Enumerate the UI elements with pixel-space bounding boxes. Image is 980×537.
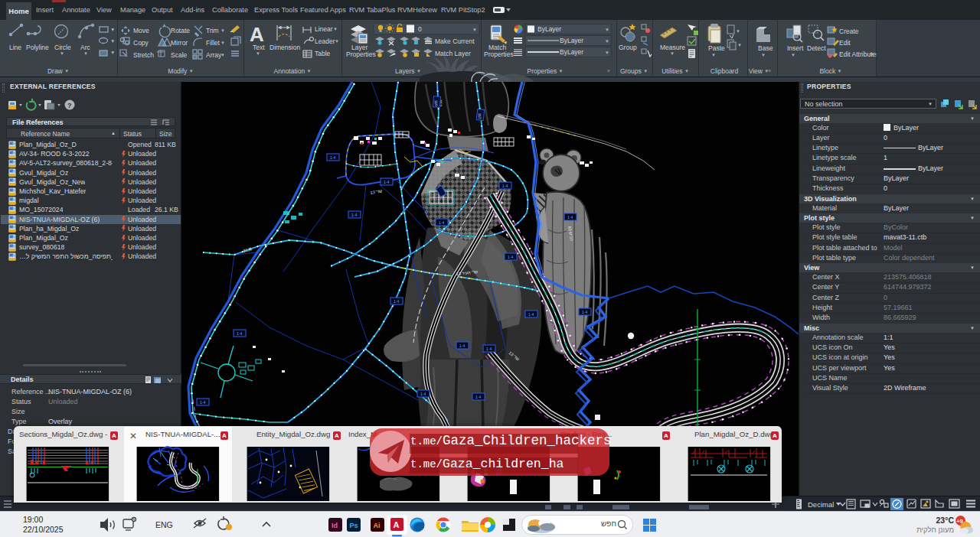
svg-text:▼: ▼ — [605, 28, 609, 32]
svg-text:▼: ▼ — [605, 50, 609, 55]
svg-text:▼: ▼ — [737, 43, 742, 47]
svg-text:Dimension: Dimension — [270, 44, 300, 51]
svg-text:▼: ▼ — [870, 52, 874, 57]
svg-text:Detect: Detect — [807, 44, 826, 52]
svg-text:Measure: Measure — [660, 44, 685, 51]
svg-text:Move: Move — [133, 27, 149, 34]
svg-text:Stretch: Stretch — [133, 51, 154, 59]
svg-text:Mirror: Mirror — [171, 39, 188, 47]
svg-text:312: 312 — [478, 113, 482, 119]
svg-text:1·4: 1·4 — [439, 220, 444, 225]
svg-text:Polyline: Polyline — [26, 44, 49, 51]
svg-text:▼: ▼ — [220, 41, 225, 45]
svg-text:Copy: Copy — [133, 39, 149, 47]
svg-text:1·4: 1·4 — [384, 180, 389, 184]
svg-text:Properties: Properties — [346, 50, 376, 58]
svg-text:Line: Line — [9, 44, 21, 51]
svg-text:▼: ▼ — [110, 38, 115, 44]
svg-text:Make Current: Make Current — [435, 37, 475, 45]
svg-text:1·4: 1·4 — [567, 215, 573, 220]
svg-text:Fillet: Fillet — [206, 39, 220, 47]
svg-text:1·4: 1·4 — [486, 347, 492, 351]
svg-text:ByLayer: ByLayer — [560, 37, 583, 44]
svg-text:A: A — [250, 23, 264, 46]
svg-text:Ai: Ai — [374, 522, 381, 529]
svg-text:▼: ▼ — [761, 53, 766, 57]
svg-text:▼: ▼ — [83, 51, 88, 56]
svg-text:▼: ▼ — [220, 53, 225, 57]
svg-text:1·4: 1·4 — [475, 395, 481, 399]
svg-text:1·4: 1·4 — [420, 392, 426, 396]
svg-text:1·4: 1·4 — [330, 155, 335, 160]
svg-text:שד' 13: שד' 13 — [370, 188, 383, 195]
svg-text:1·4: 1·4 — [200, 400, 205, 405]
svg-text:1·4: 1·4 — [508, 255, 513, 259]
svg-text:A: A — [394, 520, 400, 529]
svg-text:Decimal: Decimal — [808, 500, 834, 509]
svg-text:▼: ▼ — [791, 53, 795, 57]
svg-text:Rotate: Rotate — [171, 27, 190, 34]
svg-text:▼: ▼ — [335, 39, 339, 44]
svg-text:Leader: Leader — [315, 37, 335, 45]
svg-text:▼: ▼ — [110, 50, 115, 55]
svg-text:Base: Base — [758, 44, 773, 52]
svg-text:Insert: Insert — [787, 44, 804, 52]
svg-text:ENG: ENG — [155, 520, 173, 529]
svg-text:▼: ▼ — [110, 27, 115, 32]
svg-text:Ps: Ps — [350, 522, 358, 529]
svg-text:Table: Table — [315, 50, 331, 57]
svg-text:Arc: Arc — [80, 44, 91, 51]
svg-text:▼: ▼ — [60, 51, 64, 56]
svg-text:Linear: Linear — [315, 25, 333, 33]
svg-text:3121: 3121 — [243, 246, 253, 253]
svg-text:▼: ▼ — [333, 27, 338, 31]
svg-text:1·4: 1·4 — [582, 310, 587, 314]
svg-text:Text: Text — [253, 44, 265, 51]
svg-text:1·4: 1·4 — [351, 213, 357, 217]
svg-text:Array: Array — [206, 51, 222, 59]
svg-text:Group: Group — [619, 44, 637, 51]
svg-text:1·4: 1·4 — [528, 312, 534, 317]
svg-text:1·4: 1·4 — [394, 299, 399, 304]
svg-text:▼: ▼ — [256, 51, 260, 56]
svg-text:?: ? — [67, 102, 72, 109]
svg-text:Paste: Paste — [708, 44, 725, 52]
svg-text:ByLayer: ByLayer — [560, 48, 583, 56]
svg-text:Id: Id — [332, 522, 338, 529]
svg-text:▼: ▼ — [711, 53, 716, 57]
svg-text:ByLayer: ByLayer — [537, 25, 561, 33]
svg-text:Create: Create — [839, 28, 859, 35]
svg-text:1·4: 1·4 — [502, 184, 508, 188]
svg-text:Scale: Scale — [171, 51, 188, 59]
svg-text:▼: ▼ — [605, 39, 609, 44]
svg-text:▼: ▼ — [670, 51, 675, 56]
svg-text:0: 0 — [418, 25, 422, 33]
svg-text:1·4: 1·4 — [459, 343, 465, 348]
svg-text:Edit: Edit — [839, 39, 851, 47]
svg-text:1·4: 1·4 — [237, 331, 242, 336]
svg-text:▼: ▼ — [220, 28, 225, 33]
svg-text:310: 310 — [434, 100, 439, 106]
svg-text:▼: ▼ — [472, 28, 477, 32]
svg-text:Circle: Circle — [54, 44, 71, 51]
svg-text:▼: ▼ — [736, 29, 740, 34]
svg-text:Trim: Trim — [206, 27, 219, 34]
